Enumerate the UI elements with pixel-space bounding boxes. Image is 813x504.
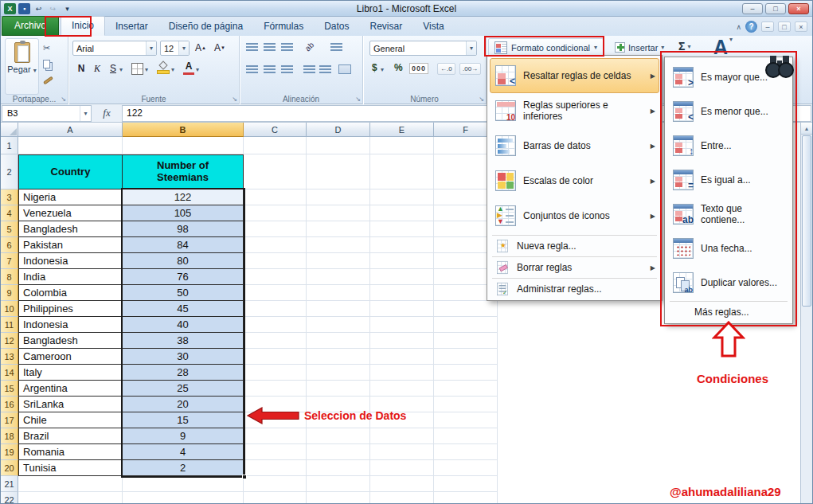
cell-C20[interactable]	[244, 460, 307, 476]
row-header-17[interactable]: 17	[1, 412, 18, 428]
menu-item-es-menor-que[interactable]: <Es menor que...	[667, 94, 790, 128]
align-middle-icon[interactable]	[264, 43, 276, 52]
cell-E17[interactable]	[370, 412, 434, 428]
cell-A21[interactable]	[18, 476, 123, 492]
cell-B2[interactable]: Number of Steemians	[123, 154, 244, 189]
scroll-up-icon[interactable]: ▲	[801, 123, 812, 135]
cell-C8[interactable]	[244, 269, 307, 285]
cell-D6[interactable]	[307, 237, 370, 253]
cell-A12[interactable]: Bangladesh	[18, 333, 123, 349]
paste-button[interactable]: Pegar ▾	[5, 38, 39, 95]
cell-A4[interactable]: Venezuela	[18, 205, 123, 221]
cell-E12[interactable]	[370, 333, 434, 349]
cell-C16[interactable]	[244, 397, 307, 412]
column-header-D[interactable]: D	[307, 123, 370, 137]
cell-D18[interactable]	[307, 428, 370, 444]
cell-F17[interactable]	[434, 412, 498, 428]
decrease-indent-icon[interactable]	[303, 65, 315, 74]
cell-F15[interactable]	[434, 381, 498, 397]
cell-E21[interactable]	[370, 476, 434, 492]
bold-button[interactable]: N	[74, 61, 88, 76]
cell-D17[interactable]	[307, 412, 370, 428]
tab-vista[interactable]: Vista	[412, 18, 454, 36]
cell-D2[interactable]	[307, 154, 370, 189]
cell-D12[interactable]	[307, 333, 370, 349]
menu-item-administrar-reglas[interactable]: ✓Administrar reglas...	[490, 280, 659, 298]
help-icon[interactable]: ?	[745, 21, 757, 33]
name-box[interactable]: B3 ▾	[2, 105, 92, 122]
font-size-combo[interactable]: 12 ▾	[160, 41, 190, 56]
cell-C17[interactable]	[244, 412, 307, 428]
percent-icon[interactable]: %	[394, 62, 403, 73]
fill-handle[interactable]	[242, 475, 247, 479]
cell-F11[interactable]	[434, 317, 498, 333]
redo-icon[interactable]: ↪	[47, 3, 59, 14]
cell-B15[interactable]: 25	[123, 381, 244, 397]
insert-cells-button[interactable]: Insertar ▾	[611, 38, 668, 57]
currency-arrow-icon[interactable]: ▾	[381, 66, 384, 73]
tab-inicio[interactable]: Inicio	[61, 16, 105, 36]
cell-A8[interactable]: India	[18, 269, 123, 285]
cell-D22[interactable]	[307, 492, 370, 504]
cell-E22[interactable]	[370, 492, 434, 504]
cell-D14[interactable]	[307, 365, 370, 381]
cell-A14[interactable]: Italy	[18, 365, 123, 381]
fill-color-icon[interactable]	[157, 61, 170, 74]
workbook-minimize-icon[interactable]: –	[761, 21, 774, 32]
cut-button[interactable]: ✂	[41, 41, 64, 55]
cell-D20[interactable]	[307, 460, 370, 476]
row-header-6[interactable]: 6	[1, 237, 18, 253]
sort-filter-icon[interactable]: A▾	[713, 36, 733, 59]
cell-C18[interactable]	[244, 428, 307, 444]
menu-item-barras-de-datos[interactable]: Barras de datos▶	[490, 128, 659, 163]
close-button[interactable]: ×	[788, 3, 809, 14]
font-name-dropdown-icon[interactable]: ▾	[146, 41, 156, 55]
cell-E7[interactable]	[370, 253, 434, 269]
menu-item-texto-que-contiene[interactable]: abTexto que contiene...	[667, 197, 790, 231]
cell-A16[interactable]: SriLanka	[18, 397, 123, 412]
cell-D1[interactable]	[307, 137, 370, 154]
cell-E10[interactable]	[370, 301, 434, 317]
row-header-10[interactable]: 10	[1, 301, 18, 317]
cell-C19[interactable]	[244, 444, 307, 460]
font-color-arrow-icon[interactable]: ▾	[196, 66, 199, 73]
column-header-E[interactable]: E	[370, 123, 434, 137]
select-all-corner[interactable]	[1, 123, 18, 137]
menu-item-una-fecha[interactable]: Una fecha...	[667, 231, 790, 265]
cell-C5[interactable]	[244, 221, 307, 237]
copy-button[interactable]	[41, 57, 64, 71]
menu-item-entre[interactable]: ↕Entre...	[667, 128, 790, 162]
cell-D13[interactable]	[307, 349, 370, 365]
cell-B18[interactable]: 9	[123, 428, 244, 444]
cell-B20[interactable]: 2	[123, 460, 244, 476]
menu-item-resaltar-reglas-de-celdas[interactable]: <Resaltar reglas de celdas▶	[490, 58, 659, 93]
font-size-dropdown-icon[interactable]: ▾	[178, 41, 189, 55]
cell-E4[interactable]	[370, 205, 434, 221]
borders-icon[interactable]	[131, 63, 143, 75]
cell-B9[interactable]: 50	[123, 285, 244, 301]
cell-D7[interactable]	[307, 253, 370, 269]
cell-F10[interactable]	[434, 301, 498, 317]
minimize-ribbon-icon[interactable]: ∧	[736, 23, 741, 31]
cell-F14[interactable]	[434, 365, 498, 381]
decrease-decimal-icon[interactable]: .00→	[459, 63, 481, 75]
cell-E3[interactable]	[370, 189, 434, 205]
row-header-21[interactable]: 21	[1, 476, 18, 492]
cell-B19[interactable]: 4	[123, 444, 244, 460]
column-header-A[interactable]: A	[18, 123, 123, 137]
cell-C11[interactable]	[244, 317, 307, 333]
menu-item-mas-reglas[interactable]: Más reglas...	[667, 303, 790, 321]
cell-D9[interactable]	[307, 285, 370, 301]
cell-C13[interactable]	[244, 349, 307, 365]
fill-color-arrow-icon[interactable]: ▾	[171, 66, 174, 73]
menu-item-duplicar-valores[interactable]: abDuplicar valores...	[667, 265, 790, 299]
row-header-16[interactable]: 16	[1, 397, 18, 412]
cell-E13[interactable]	[370, 349, 434, 365]
cell-B16[interactable]: 20	[123, 397, 244, 412]
alignment-dialog-launcher-icon[interactable]: ↘	[355, 96, 361, 103]
cell-A18[interactable]: Brazil	[18, 428, 123, 444]
cell-A9[interactable]: Colombia	[18, 285, 123, 301]
cell-F16[interactable]	[434, 397, 498, 412]
tab-archivo[interactable]: Archivo	[2, 16, 59, 36]
cell-A11[interactable]: Indonesia	[18, 317, 123, 333]
